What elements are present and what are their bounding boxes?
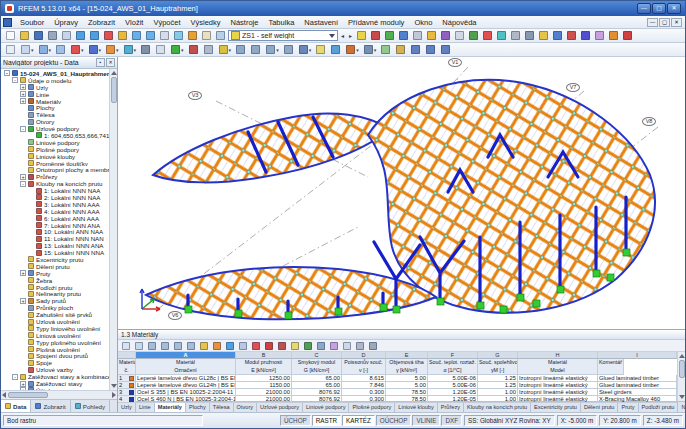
tree-item[interactable]: 2: Lokální NNN NAA <box>1 194 109 201</box>
tree-item[interactable]: 15: Lokální NNN NNA <box>1 249 109 256</box>
column-letter[interactable]: A <box>136 352 236 359</box>
tab-pohledy[interactable]: Pohledy <box>71 400 110 412</box>
new-file-button[interactable] <box>4 30 17 42</box>
column-letter[interactable]: I <box>598 352 677 359</box>
tree-item[interactable]: Typy plošného uvolnění <box>1 339 109 346</box>
tree-expander[interactable]: - <box>20 126 26 132</box>
show-loads-button[interactable] <box>383 30 396 42</box>
units-button[interactable] <box>537 30 550 42</box>
tree-item[interactable]: 1: Lokální NNN NAA <box>1 187 109 194</box>
table-tab[interactable]: Podloží prutu <box>639 402 679 412</box>
settings-button[interactable] <box>509 30 522 42</box>
tree-item[interactable]: + Zatěžovací stavy <box>1 380 109 387</box>
tree-expander[interactable]: - <box>20 181 26 187</box>
tree-item[interactable]: Podloží prutu <box>1 284 109 291</box>
status-toggle[interactable]: VLINIE <box>412 415 440 426</box>
close-button[interactable]: ✕ <box>667 3 681 14</box>
copy-object-button[interactable] <box>234 44 248 56</box>
camera-button[interactable] <box>593 30 606 42</box>
table-tab[interactable]: Materiály <box>155 402 186 412</box>
maximize-button[interactable]: ▢ <box>652 3 666 14</box>
tree-item[interactable]: Tělesa <box>1 111 109 118</box>
tree-item[interactable]: Proměnné tloušťky <box>1 160 109 167</box>
material-row[interactable]: 3 Ocel S 355 | BS EN 10025-2:2004-11 210… <box>118 389 677 396</box>
new-opening-button[interactable] <box>154 44 168 56</box>
column-header[interactable]: Souč. teplot. roztaž.α [1/°C] <box>428 359 478 375</box>
tree-item[interactable]: 4: Lokální NNN AAA <box>1 208 109 215</box>
move-object-button[interactable] <box>249 44 263 56</box>
tree-item[interactable]: Uzlové vazby <box>1 366 109 373</box>
tree-item[interactable]: Plošné podpory <box>1 146 109 153</box>
tree-item[interactable]: + Průřezy <box>1 173 109 180</box>
display-properties-button[interactable] <box>379 44 393 56</box>
column-header[interactable]: Komentář <box>598 359 624 375</box>
tree-item[interactable]: Uzlová uvolnění <box>1 318 109 325</box>
tree-expander[interactable]: + <box>20 91 26 97</box>
tree-item[interactable]: Průniky ploch <box>1 304 109 311</box>
column-letter[interactable]: H <box>518 352 598 359</box>
column-header[interactable]: Modul pružnostiE [kN/cm²] <box>236 359 292 375</box>
tree-expander[interactable]: - <box>12 77 18 83</box>
load-case-combobox[interactable]: ZS1 - self weight <box>228 30 338 41</box>
open-file-button[interactable] <box>18 30 31 42</box>
status-toggle[interactable]: OÚCHOP <box>376 415 412 426</box>
menu-item[interactable]: Nástroje <box>226 17 264 28</box>
material-row[interactable]: 4 Ocel S 460 N | BS EN 10025-3:2004-11 2… <box>118 396 677 403</box>
tree-item[interactable]: Excentricity prutu <box>1 256 109 263</box>
load-case-edit-button[interactable] <box>355 30 368 42</box>
tree-root[interactable]: - 15-024_AWS_01_Hauptrahmen <box>1 70 109 77</box>
plane-xy-button[interactable] <box>409 44 423 56</box>
column-header[interactable]: Objemová tíhaγ [kN/m³] <box>386 359 428 375</box>
scroll-down-icon[interactable] <box>111 384 117 388</box>
minimize-button[interactable]: — <box>637 3 651 14</box>
guideline-button[interactable] <box>579 30 592 42</box>
tree-item[interactable]: Liniové podpory <box>1 139 109 146</box>
column-letter[interactable]: G <box>478 352 518 359</box>
table-tab[interactable]: Plochy <box>186 402 210 412</box>
new-solid-button[interactable] <box>139 44 153 56</box>
table-tab[interactable]: Dělení prutu <box>581 402 618 412</box>
table-next-button[interactable] <box>172 340 184 352</box>
status-toggle[interactable]: KARTÉZ <box>342 415 375 426</box>
box-select-button[interactable]: ▾ <box>19 44 36 56</box>
rotate-object-button[interactable]: ▾ <box>264 44 281 56</box>
render-mode-button[interactable] <box>186 30 199 42</box>
table-first-button[interactable] <box>146 340 158 352</box>
new-eccentricity-button[interactable] <box>202 44 216 56</box>
rotate-view-button[interactable]: ▾ <box>37 44 54 56</box>
measure-button[interactable] <box>607 30 620 42</box>
table-import-button[interactable] <box>289 340 301 352</box>
tree-item[interactable]: 1: 604,650,653,666,741-743,7... <box>1 132 109 139</box>
menu-item[interactable]: Výsledky <box>186 17 226 28</box>
tree-item[interactable]: Spoje <box>1 359 109 366</box>
menu-item[interactable]: Úpravy <box>49 17 83 28</box>
column-letter[interactable]: F <box>428 352 478 359</box>
table-last-button[interactable] <box>185 340 197 352</box>
table-tab[interactable]: Tělesa <box>210 402 234 412</box>
tree-item[interactable]: - Zatěžovací stavy a kombinace <box>1 373 109 380</box>
new-member-button[interactable]: ▾ <box>104 44 121 56</box>
stop-button[interactable] <box>621 30 634 42</box>
show-tables-button[interactable] <box>200 30 213 42</box>
table-rotate-button[interactable] <box>224 340 236 352</box>
mdi-close-button[interactable]: ✕ <box>671 18 682 27</box>
column-header[interactable]: Souč. spolehlivostiγM [-] <box>478 359 518 375</box>
tree-item[interactable]: 10: Lokální ANN NAA <box>1 228 109 235</box>
tree-item[interactable]: Plošná uvolnění <box>1 346 109 353</box>
tree-item[interactable]: Žebra <box>1 277 109 284</box>
tab-data[interactable]: Data <box>1 400 31 412</box>
tree-expander[interactable]: + <box>20 381 26 387</box>
comment-button[interactable] <box>314 44 328 56</box>
menu-item[interactable]: Přídavné moduly <box>343 17 409 28</box>
calculate-button[interactable] <box>369 30 382 42</box>
tree-item[interactable]: Liniové klouby <box>1 153 109 160</box>
plane-yz-button[interactable] <box>439 44 453 56</box>
table-print-button[interactable] <box>367 340 379 352</box>
table-settings-button[interactable] <box>354 340 366 352</box>
dimension-button[interactable]: ▾ <box>297 44 314 56</box>
undo-button[interactable] <box>74 30 87 42</box>
table-tab[interactable]: Uzly <box>118 402 136 412</box>
redo-button[interactable] <box>88 30 101 42</box>
menu-item[interactable]: Tabulka <box>263 17 299 28</box>
tree-item[interactable]: + Linie <box>1 91 109 98</box>
